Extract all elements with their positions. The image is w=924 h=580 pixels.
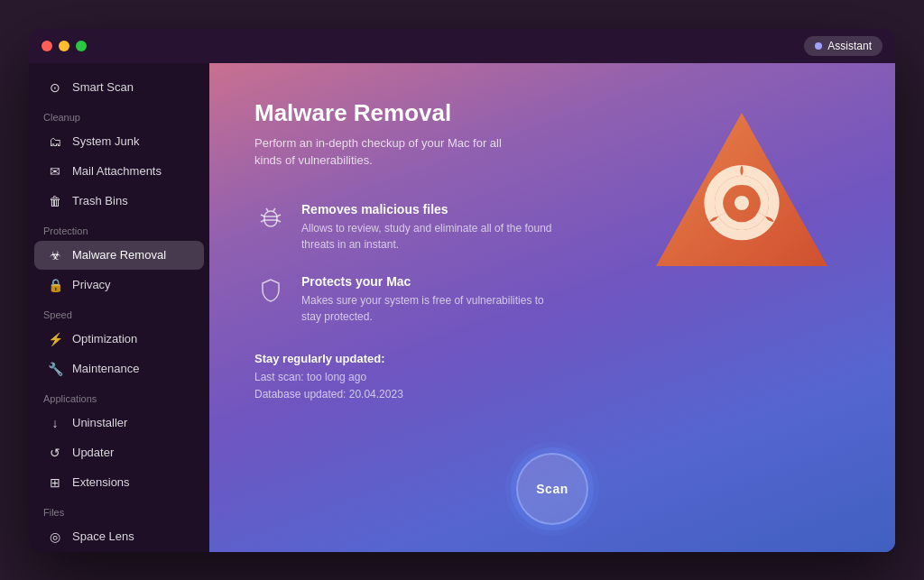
sidebar-section-speed: Speed [29, 300, 209, 324]
bug-icon [254, 202, 287, 235]
sidebar-item-malware-removal[interactable]: ☣ Malware Removal [34, 241, 204, 270]
uninstaller-icon: ↓ [47, 415, 63, 431]
close-button[interactable] [42, 41, 52, 51]
sidebar-item-label: Trash Bins [72, 194, 128, 207]
sidebar-item-label: Malware Removal [72, 248, 166, 262]
sidebar-item-label: Uninstaller [72, 416, 127, 429]
trash-icon: 🗑 [47, 193, 63, 209]
assistant-dot [815, 42, 822, 50]
sidebar: ⊙ Smart Scan Cleanup 🗂 System Junk ✉ Mai… [29, 63, 209, 552]
updater-icon: ↺ [47, 445, 63, 461]
feature-protects-mac-text: Protects your Mac Makes sure your system… [301, 274, 554, 325]
page-subtitle: Perform an in-depth checkup of your Mac … [254, 134, 525, 170]
sidebar-item-mail-attachments[interactable]: ✉ Mail Attachments [34, 157, 204, 186]
shield-icon [254, 274, 287, 307]
sidebar-item-smart-scan[interactable]: ⊙ Smart Scan [34, 73, 204, 102]
system-junk-icon: 🗂 [47, 133, 63, 150]
sidebar-item-optimization[interactable]: ⚡ Optimization [34, 325, 204, 354]
sidebar-item-maintenance[interactable]: 🔧 Maintenance [34, 354, 204, 383]
sidebar-item-label: Maintenance [72, 362, 139, 375]
optimization-icon: ⚡ [47, 331, 63, 347]
sidebar-item-label: Updater [72, 446, 114, 459]
maintenance-icon: 🔧 [47, 361, 63, 377]
sidebar-section-applications: Applications [29, 384, 209, 408]
svg-line-3 [277, 220, 281, 222]
app-window: Assistant ⊙ Smart Scan Cleanup 🗂 System … [29, 29, 895, 552]
feature-removes-malicious-text: Removes malicious files Allows to review… [301, 202, 554, 253]
scan-info-title: Stay regularly updated: [254, 352, 850, 365]
privacy-icon: 🔒 [47, 277, 63, 293]
fullscreen-button[interactable] [76, 41, 87, 51]
sidebar-item-label: Space Lens [72, 529, 134, 543]
svg-line-5 [273, 208, 275, 211]
scan-info: Stay regularly updated: Last scan: too l… [254, 352, 850, 403]
minimize-button[interactable] [59, 41, 69, 51]
sidebar-item-extensions[interactable]: ⊞ Extensions [34, 468, 204, 497]
biohazard-graphic [642, 99, 841, 298]
malware-icon: ☣ [47, 247, 63, 263]
space-lens-icon: ◎ [47, 529, 63, 545]
sidebar-item-label: Extensions [72, 475, 130, 489]
sidebar-item-updater[interactable]: ↺ Updater [34, 438, 204, 467]
sidebar-item-privacy[interactable]: 🔒 Privacy [34, 271, 204, 299]
sidebar-section-cleanup: Cleanup [29, 103, 209, 126]
assistant-button[interactable]: Assistant [804, 36, 882, 56]
svg-line-4 [266, 208, 268, 211]
main-content: Malware Removal Perform an in-depth chec… [209, 63, 895, 552]
feature-heading: Protects your Mac [301, 274, 554, 289]
svg-line-1 [261, 220, 264, 222]
feature-description: Makes sure your system is free of vulner… [301, 292, 554, 325]
scan-info-last-scan: Last scan: too long ago [254, 369, 850, 386]
sidebar-section-files: Files [29, 498, 209, 521]
assistant-label: Assistant [827, 40, 872, 52]
sidebar-item-label: System Junk [72, 134, 139, 148]
svg-line-2 [277, 215, 281, 216]
mail-icon: ✉ [47, 163, 63, 180]
sidebar-item-label: Mail Attachments [72, 164, 162, 178]
scan-button[interactable]: Scan [516, 453, 588, 525]
sidebar-item-space-lens[interactable]: ◎ Space Lens [34, 522, 204, 551]
sidebar-item-system-junk[interactable]: 🗂 System Junk [34, 127, 204, 156]
feature-heading: Removes malicious files [301, 202, 554, 216]
feature-description: Allows to review, study and eliminate al… [301, 220, 554, 253]
sidebar-item-label: Smart Scan [72, 80, 134, 94]
sidebar-item-trash-bins[interactable]: 🗑 Trash Bins [34, 187, 204, 216]
content-area: ⊙ Smart Scan Cleanup 🗂 System Junk ✉ Mai… [29, 63, 895, 552]
sidebar-item-label: Optimization [72, 332, 137, 345]
extensions-icon: ⊞ [47, 474, 63, 491]
svg-line-0 [261, 215, 264, 216]
sidebar-item-label: Privacy [72, 278, 111, 291]
scan-info-database: Database updated: 20.04.2023 [254, 386, 850, 403]
traffic-lights [42, 41, 87, 51]
sidebar-item-uninstaller[interactable]: ↓ Uninstaller [34, 409, 204, 437]
smart-scan-icon: ⊙ [47, 79, 63, 96]
scan-button-container: Scan [516, 453, 588, 525]
titlebar: Assistant [29, 29, 895, 63]
svg-point-8 [735, 196, 749, 210]
sidebar-section-protection: Protection [29, 216, 209, 240]
